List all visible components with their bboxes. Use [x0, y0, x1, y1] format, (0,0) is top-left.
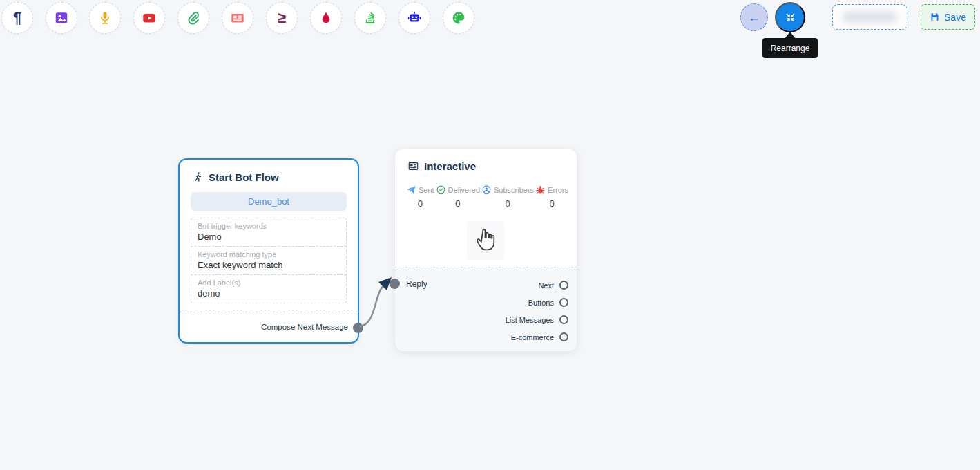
field-value: Exact keyword match — [198, 260, 340, 270]
microphone-icon — [97, 10, 113, 26]
compress-icon — [784, 11, 797, 24]
stat-value: 0 — [436, 198, 480, 209]
reply-input-port[interactable] — [390, 279, 400, 289]
toolbar-drip-button[interactable] — [310, 2, 342, 34]
compose-next-message-label: Compose Next Message — [180, 312, 358, 341]
toolbar-video-button[interactable] — [133, 2, 165, 34]
save-button[interactable]: Save — [921, 4, 975, 30]
toolbar-card-button[interactable] — [222, 2, 253, 34]
toolbar-sequence-button[interactable] — [354, 2, 386, 34]
output-list-messages[interactable]: List Messages — [506, 311, 568, 328]
output-label: Buttons — [528, 299, 554, 307]
stat-errors: Errors 0 — [535, 185, 568, 209]
bot-name-button[interactable]: Demo_bot — [191, 192, 347, 211]
stat-delivered: Delivered 0 — [436, 185, 480, 209]
stat-label: Subscribers — [494, 186, 534, 194]
output-port[interactable] — [559, 332, 568, 341]
rearrange-button[interactable] — [775, 2, 805, 32]
output-label: E-commerce — [511, 333, 554, 341]
field-add-labels[interactable]: Add Label(s) demo — [191, 274, 346, 303]
image-icon — [54, 10, 69, 26]
output-port[interactable] — [559, 298, 568, 307]
robot-icon — [407, 10, 422, 26]
rearrange-tooltip: Rearrange — [762, 38, 818, 58]
stat-subscribers: Subscribers 0 — [481, 185, 534, 209]
youtube-icon — [142, 10, 157, 26]
start-node-fields: Bot trigger keywords Demo Keyword matchi… — [191, 218, 347, 303]
stack-icon — [363, 10, 378, 26]
toolbar-attachment-button[interactable] — [177, 2, 209, 34]
toolbar-audio-button[interactable] — [89, 2, 121, 34]
interactive-node-title: Interactive — [424, 160, 476, 172]
stat-label: Sent — [419, 186, 434, 194]
output-port[interactable] — [559, 315, 568, 324]
toolbar-bot-button[interactable] — [398, 2, 430, 34]
greater-equal-icon: ≥ — [278, 10, 286, 26]
blurred-content — [843, 11, 897, 23]
stat-value: 0 — [535, 198, 568, 209]
floppy-icon — [930, 12, 940, 22]
reply-label: Reply — [406, 279, 427, 289]
output-list: Next Buttons List Messages E-commerce — [506, 276, 568, 346]
walking-person-icon — [192, 171, 204, 184]
interactive-node[interactable]: Interactive Sent 0 — [395, 149, 577, 351]
user-circle-icon — [481, 185, 492, 195]
newspaper-icon — [230, 10, 245, 26]
droplet-icon — [318, 10, 334, 26]
toolbar-condition-button[interactable]: ≥ — [266, 2, 298, 34]
save-label: Save — [944, 12, 966, 23]
stats-row: Sent 0 Delivered 0 — [406, 185, 568, 209]
field-value: demo — [198, 288, 340, 299]
stat-value: 0 — [406, 198, 434, 209]
paper-plane-icon — [406, 185, 416, 195]
field-label: Keyword matching type — [198, 250, 340, 258]
start-node-title: Start Bot Flow — [209, 171, 279, 183]
output-label: List Messages — [506, 316, 554, 324]
output-port[interactable] — [559, 281, 568, 290]
field-matching-type[interactable]: Keyword matching type Exact keyword matc… — [191, 246, 346, 274]
mouse-cursor — [467, 221, 504, 260]
paperclip-icon — [186, 10, 201, 26]
stat-label: Errors — [548, 186, 568, 194]
stat-label: Delivered — [448, 186, 480, 194]
palette-icon — [451, 10, 466, 26]
toolbar-image-button[interactable] — [46, 2, 77, 34]
start-node-header: Start Bot Flow — [180, 160, 358, 184]
hand-pointer-icon — [473, 227, 498, 254]
field-label: Add Label(s) — [198, 279, 340, 287]
bug-icon — [535, 185, 546, 195]
interactive-node-ports: Reply Next Buttons List Messages E-comme… — [395, 267, 577, 351]
interactive-node-body: Interactive Sent 0 — [395, 149, 577, 267]
check-circle-icon — [436, 185, 446, 195]
start-node-output-port[interactable] — [353, 323, 363, 333]
stat-sent: Sent 0 — [406, 185, 434, 209]
field-value: Demo — [198, 232, 340, 242]
toolbar-paragraph-button[interactable]: ¶ — [1, 2, 33, 34]
field-trigger-keywords[interactable]: Bot trigger keywords Demo — [191, 218, 346, 246]
output-buttons[interactable]: Buttons — [506, 294, 568, 311]
output-label: Next — [538, 281, 554, 290]
output-ecommerce[interactable]: E-commerce — [506, 328, 568, 346]
stat-value: 0 — [481, 198, 534, 209]
toolbar-theme-button[interactable] — [443, 2, 474, 34]
start-bot-flow-node[interactable]: Start Bot Flow Demo_bot Bot trigger keyw… — [178, 158, 359, 344]
newspaper-outline-icon — [407, 160, 419, 172]
field-label: Bot trigger keywords — [198, 222, 340, 230]
output-next[interactable]: Next — [506, 276, 568, 294]
arrow-left-icon: ← — [748, 10, 760, 25]
back-button[interactable]: ← — [740, 3, 768, 31]
paragraph-icon: ¶ — [13, 10, 21, 26]
blurred-button[interactable] — [832, 4, 907, 30]
interactive-node-header: Interactive — [395, 149, 577, 172]
